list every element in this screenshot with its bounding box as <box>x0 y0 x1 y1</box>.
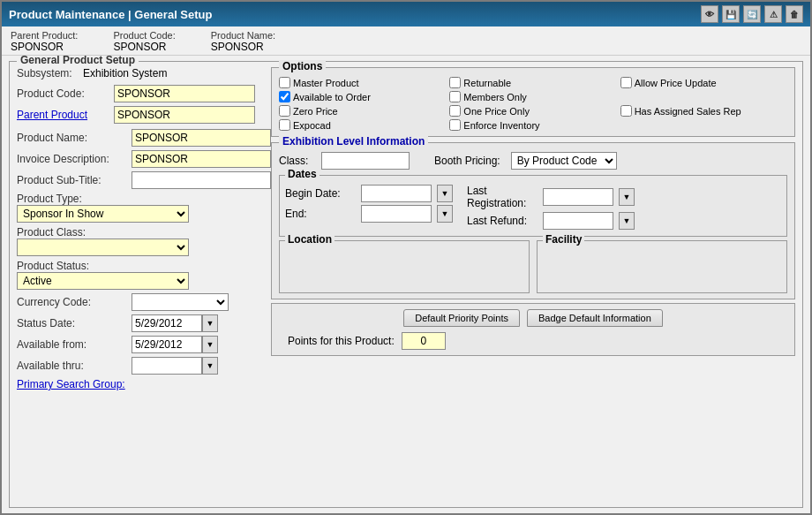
dates-box: Dates Begin Date: ▼ End: <box>279 175 787 237</box>
product-subtitle-input[interactable] <box>132 171 271 189</box>
subsystem-row: Subsystem: Exhibition System <box>17 67 264 80</box>
badge-default-button[interactable]: Badge Default Information <box>527 309 663 327</box>
header-product-code-label: Product Code: <box>113 30 175 41</box>
last-refund-label: Last Refund: <box>467 215 538 227</box>
last-reg-label: Last Registration: <box>467 185 538 209</box>
end-date-row: End: ▼ <box>285 205 453 223</box>
product-code-input[interactable] <box>114 85 255 102</box>
checkbox-enforce-inventory: Enforce Inventory <box>449 119 616 131</box>
parent-product-input[interactable] <box>114 106 255 124</box>
checkbox-allow-price-update: Allow Price Update <box>620 77 787 88</box>
product-status-label: Product Status: <box>17 260 89 272</box>
last-reg-row: Last Registration: ▼ <box>467 185 635 209</box>
product-type-select[interactable]: Sponsor In Show <box>17 205 189 223</box>
enforce-inventory-checkbox[interactable] <box>449 119 461 131</box>
available-to-order-checkbox[interactable] <box>279 91 290 102</box>
checkbox-expocad: Expocad <box>279 119 446 131</box>
points-content: Points for this Product: <box>279 332 787 350</box>
window-title: Product Maintenance | General Setup <box>9 8 212 21</box>
zero-price-label: Zero Price <box>293 106 338 117</box>
last-refund-input[interactable] <box>543 212 613 230</box>
expocad-checkbox[interactable] <box>279 119 290 131</box>
invoice-desc-input[interactable] <box>132 150 271 168</box>
product-class-select[interactable] <box>17 239 189 256</box>
master-product-checkbox[interactable] <box>279 77 290 88</box>
returnable-checkbox[interactable] <box>449 77 461 88</box>
subsystem-label: Subsystem: <box>17 67 83 80</box>
status-date-input[interactable] <box>132 314 202 332</box>
delete-icon[interactable]: 🗑 <box>786 5 803 23</box>
invoice-desc-row: Invoice Description: <box>17 150 264 168</box>
product-name-input[interactable] <box>132 129 271 147</box>
one-price-only-label: One Price Only <box>463 106 530 117</box>
product-type-label-row: Product Type: <box>17 193 264 205</box>
status-date-row: Status Date: ▼ <box>17 314 264 332</box>
points-box: Default Priority Points Badge Default In… <box>271 303 795 356</box>
class-input[interactable] <box>321 152 410 170</box>
last-reg-input[interactable] <box>543 188 613 206</box>
save-icon[interactable]: 💾 <box>722 5 740 23</box>
enforce-inventory-label: Enforce Inventory <box>463 120 539 131</box>
main-content: General Product Setup Subsystem: Exhibit… <box>2 56 810 513</box>
available-thru-picker[interactable]: ▼ <box>202 357 218 375</box>
currency-code-row: Currency Code: <box>17 293 264 311</box>
options-grid: Master Product Returnable Allow Price Up… <box>279 77 787 131</box>
dates-title: Dates <box>285 168 320 180</box>
begin-date-input[interactable] <box>361 185 432 202</box>
product-class-label: Product Class: <box>17 226 86 239</box>
header-parent-product-label: Parent Product: <box>11 30 78 41</box>
location-box: Location <box>279 240 530 293</box>
allow-price-update-checkbox[interactable] <box>620 77 632 88</box>
facility-textarea[interactable] <box>541 243 783 283</box>
product-subtitle-row: Product Sub-Title: <box>17 171 264 189</box>
available-thru-input[interactable] <box>132 357 202 375</box>
header-product-code-value: SPONSOR <box>113 41 166 53</box>
title-bar: Product Maintenance | General Setup 👁 💾 … <box>2 2 810 27</box>
expocad-label: Expocad <box>293 120 331 131</box>
parent-product-row: Parent Product <box>17 106 264 124</box>
end-date-input[interactable] <box>361 205 432 223</box>
available-to-order-label: Available to Order <box>293 92 371 102</box>
begin-date-picker[interactable]: ▼ <box>437 185 453 202</box>
available-from-input[interactable] <box>132 336 202 353</box>
subsystem-value: Exhibition System <box>83 67 167 80</box>
invoice-desc-label: Invoice Description: <box>17 153 132 165</box>
header-product-code: Product Code: SPONSOR <box>113 30 175 53</box>
points-input[interactable] <box>402 332 446 350</box>
left-panel: Subsystem: Exhibition System Product Cod… <box>17 67 264 500</box>
end-date-picker[interactable]: ▼ <box>437 205 453 223</box>
last-refund-picker[interactable]: ▼ <box>619 212 635 230</box>
status-date-label: Status Date: <box>17 317 132 329</box>
booth-pricing-select[interactable]: By Product Code <box>511 152 617 170</box>
one-price-only-checkbox[interactable] <box>449 105 461 117</box>
status-date-picker[interactable]: ▼ <box>202 314 218 332</box>
default-priority-points-button[interactable]: Default Priority Points <box>403 309 520 327</box>
exhibition-box: Exhibition Level Information Class: Boot… <box>271 142 795 299</box>
members-only-checkbox[interactable] <box>449 91 461 102</box>
product-status-select[interactable]: Active <box>17 272 189 290</box>
primary-search-link[interactable]: Primary Search Group: <box>17 378 125 390</box>
members-only-label: Members Only <box>463 92 527 102</box>
last-reg-picker[interactable]: ▼ <box>619 188 635 206</box>
location-textarea[interactable] <box>283 243 525 283</box>
checkbox-available-to-order: Available to Order <box>279 91 446 102</box>
checkbox-one-price-only: One Price Only <box>449 105 616 117</box>
product-name-label: Product Name: <box>17 132 132 144</box>
currency-code-select[interactable] <box>132 293 229 311</box>
available-thru-row: Available thru: ▼ <box>17 357 264 375</box>
content-grid: Subsystem: Exhibition System Product Cod… <box>17 67 795 500</box>
refresh-icon[interactable]: 🔄 <box>743 5 761 23</box>
booth-pricing-label: Booth Pricing: <box>434 155 500 167</box>
available-from-picker[interactable]: ▼ <box>202 336 218 353</box>
product-code-label: Product Code: <box>17 87 114 100</box>
points-buttons-row: Default Priority Points Badge Default In… <box>279 309 787 327</box>
checkbox-master-product: Master Product <box>279 77 446 88</box>
parent-product-link[interactable]: Parent Product <box>17 109 114 121</box>
right-panel: Options Master Product Returnable <box>271 67 795 500</box>
warning-icon[interactable]: ⚠ <box>764 5 782 23</box>
eye-icon[interactable]: 👁 <box>701 5 718 23</box>
checkbox-zero-price: Zero Price <box>279 105 446 117</box>
has-assigned-sales-rep-checkbox[interactable] <box>620 105 632 117</box>
product-type-label: Product Type: <box>17 193 82 205</box>
zero-price-checkbox[interactable] <box>279 105 290 117</box>
